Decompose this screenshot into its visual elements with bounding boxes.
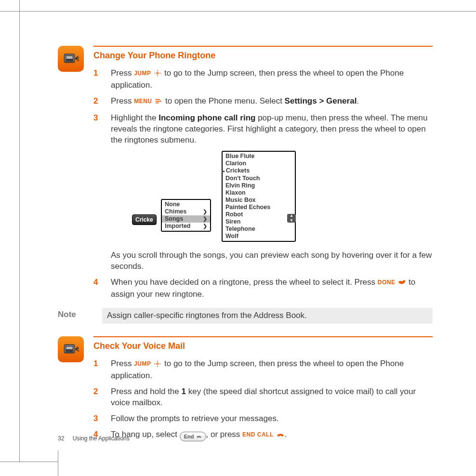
svg-rect-2 bbox=[66, 60, 68, 62]
svg-point-7 bbox=[157, 75, 158, 76]
svg-point-21 bbox=[155, 363, 156, 364]
note-label: Note bbox=[58, 308, 102, 324]
svg-point-22 bbox=[159, 363, 160, 364]
chevron-right-icon: ❯ bbox=[203, 215, 207, 223]
svg-rect-15 bbox=[66, 350, 68, 352]
step: 2 Press and hold the 1 key (the speed di… bbox=[93, 386, 433, 409]
submenu-item: Telephone bbox=[223, 225, 295, 233]
section-voicemail: Check Your Voice Mail 1 Press JUMP to go… bbox=[58, 336, 433, 446]
step-text: Press and hold the 1 key (the speed dial… bbox=[111, 386, 433, 409]
svg-rect-4 bbox=[71, 60, 73, 62]
jump-key-label: JUMP bbox=[134, 70, 151, 77]
svg-rect-14 bbox=[66, 346, 73, 350]
step-text: Highlight the Incoming phone call ring p… bbox=[111, 113, 433, 146]
svg-point-8 bbox=[155, 73, 156, 74]
svg-point-18 bbox=[157, 363, 159, 365]
section-rule bbox=[93, 336, 433, 337]
submenu-item: Elvin Ring bbox=[223, 182, 295, 189]
step-number: 2 bbox=[93, 386, 102, 409]
step: 3 Highlight the Incoming phone call ring… bbox=[93, 113, 433, 146]
step: 2 Press MENU to open the Phone menu. Sel… bbox=[93, 96, 433, 108]
svg-point-19 bbox=[157, 361, 158, 362]
step-number: 3 bbox=[93, 413, 102, 424]
submenu-item: Painted Echoes bbox=[223, 204, 295, 211]
step: 4 When you have decided on a ringtone, p… bbox=[93, 277, 433, 300]
ringtone-submenu: Blue Flute Clarion Crickets Don't Touch … bbox=[222, 151, 296, 242]
note-body: Assign caller-specific ringtones from th… bbox=[102, 308, 433, 324]
submenu-item-selected: Crickets bbox=[223, 167, 295, 175]
section-title: Check Your Voice Mail bbox=[93, 340, 433, 352]
svg-point-5 bbox=[157, 73, 159, 75]
step-number: 1 bbox=[93, 68, 102, 91]
phone-app-icon bbox=[58, 46, 84, 72]
end-call-icon bbox=[276, 430, 285, 441]
submenu-item: Robot bbox=[223, 211, 295, 218]
section-title: Change Your Phone Ringtone bbox=[93, 50, 433, 61]
submenu-item: Siren bbox=[223, 218, 295, 225]
svg-rect-3 bbox=[68, 60, 70, 62]
step-note: As you scroll through the songs, you can… bbox=[111, 250, 433, 272]
phone-app-icon bbox=[58, 336, 84, 362]
svg-point-6 bbox=[157, 70, 158, 71]
section-ringtone: Change Your Phone Ringtone 1 Press JUMP … bbox=[58, 46, 433, 305]
note-callout: Note Assign caller-specific ringtones fr… bbox=[58, 308, 433, 324]
jump-key-label: JUMP bbox=[134, 360, 151, 367]
submenu-item: Wolf bbox=[223, 233, 295, 240]
menu-icon bbox=[154, 97, 163, 108]
step-text: Follow the prompts to retrieve your mess… bbox=[111, 413, 433, 424]
footer-title: Using the Applications bbox=[73, 435, 130, 442]
step-number: 4 bbox=[93, 277, 102, 300]
step-number: 1 bbox=[93, 358, 102, 382]
step-text: When you have decided on a ringtone, pre… bbox=[111, 277, 433, 300]
step-number: 2 bbox=[93, 96, 102, 108]
menu-item: Imported❯ bbox=[162, 223, 210, 230]
page-footer: 32 Using the Applications bbox=[58, 435, 130, 442]
step-text: Press MENU to open the Phone menu. Selec… bbox=[111, 96, 433, 108]
svg-rect-1 bbox=[66, 55, 73, 59]
step-number: 3 bbox=[93, 113, 102, 146]
step-text: Press JUMP to go to the Jump screen, the… bbox=[111, 68, 433, 91]
chevron-right-icon: ❯ bbox=[203, 208, 207, 215]
svg-point-20 bbox=[157, 366, 158, 367]
section-rule bbox=[93, 46, 433, 47]
menu-item: None bbox=[162, 201, 210, 208]
svg-rect-17 bbox=[71, 350, 73, 352]
crop-mark bbox=[0, 11, 476, 12]
submenu-item: Blue Flute bbox=[223, 153, 295, 160]
step: 3 Follow the prompts to retrieve your me… bbox=[93, 413, 433, 424]
svg-point-9 bbox=[159, 73, 160, 74]
category-menu: None Chimes❯ Songs❯ Imported❯ bbox=[161, 199, 211, 232]
menu-item-highlighted: Songs❯ bbox=[162, 215, 210, 223]
submenu-item: Klaxon bbox=[223, 189, 295, 197]
step: 1 Press JUMP to go to the Jump screen, t… bbox=[93, 68, 433, 91]
jump-icon bbox=[153, 359, 162, 370]
svg-rect-16 bbox=[68, 350, 70, 352]
scroll-indicator-icon: ▲▼ bbox=[287, 214, 296, 223]
step: 4 To hang up, select End, or press END C… bbox=[93, 429, 433, 441]
ringtone-menu-diagram: Blue Flute Clarion Crickets Don't Touch … bbox=[132, 151, 433, 246]
crop-mark bbox=[19, 0, 20, 463]
submenu-item: Music Box bbox=[223, 197, 295, 204]
done-icon bbox=[397, 278, 406, 289]
menu-key-label: MENU bbox=[134, 98, 152, 105]
step-text: Press JUMP to go to the Jump screen, the… bbox=[111, 358, 433, 382]
current-selection-label: Cricke bbox=[132, 214, 157, 225]
step: 1 Press JUMP to go to the Jump screen, t… bbox=[93, 358, 433, 382]
submenu-item: Clarion bbox=[223, 160, 295, 167]
page-number: 32 bbox=[58, 435, 64, 442]
crop-mark bbox=[0, 462, 58, 462]
done-key-label: DONE bbox=[378, 279, 396, 286]
jump-icon bbox=[153, 69, 162, 80]
chevron-right-icon: ❯ bbox=[203, 223, 207, 230]
step-text: To hang up, select End, or press END CAL… bbox=[111, 429, 433, 441]
end-call-key-label: END CALL bbox=[242, 431, 274, 438]
crop-mark bbox=[58, 450, 58, 476]
submenu-item: Don't Touch bbox=[223, 175, 295, 182]
end-call-button-graphic: End bbox=[180, 432, 206, 441]
menu-item: Chimes❯ bbox=[162, 208, 210, 215]
